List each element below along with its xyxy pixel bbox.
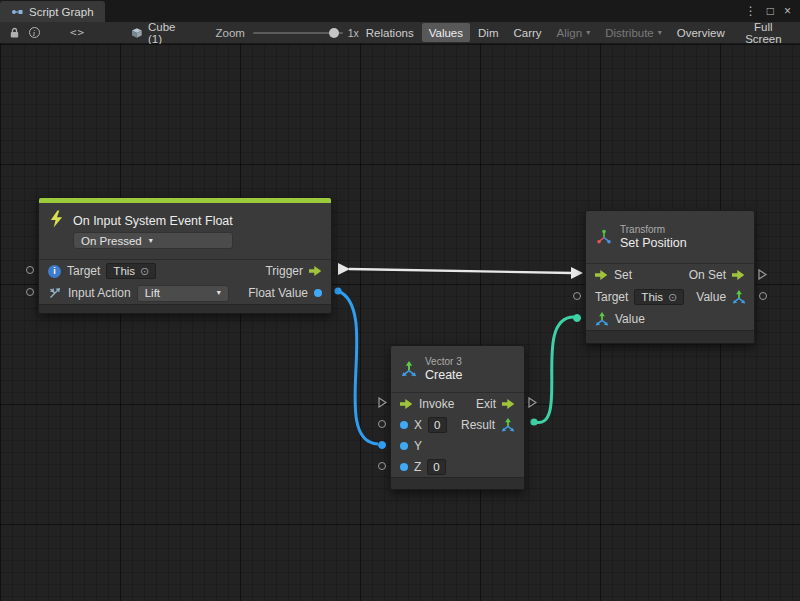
flow-arrow-icon[interactable] [502, 399, 515, 409]
node-on-input-system-event-float[interactable]: On Input System Event Float On Pressed ▾… [38, 197, 332, 314]
dim-button[interactable]: Dim [471, 23, 505, 42]
overview-label: Overview [677, 27, 725, 39]
carry-button[interactable]: Carry [506, 23, 548, 42]
distribute-dropdown[interactable]: Distribute ▾ [598, 23, 669, 42]
z-input-port[interactable] [378, 462, 386, 470]
event-node-header[interactable]: On Input System Event Float On Pressed ▾ [39, 203, 331, 259]
zoom-slider[interactable] [253, 27, 343, 39]
invoke-input-port[interactable] [378, 397, 387, 408]
relations-button[interactable]: Relations [359, 23, 421, 42]
input-action-value: Lift [145, 287, 160, 299]
vector-node-ports: Invoke Exit X 0 Result [391, 392, 524, 477]
z-value-field[interactable]: 0 [427, 459, 446, 475]
target-object-field[interactable]: This ⊙ [106, 263, 156, 279]
graph-toolbar: i <> Cube (1) Zoom 1x Relations Values D… [0, 22, 800, 44]
tab-bar: Script Graph ⋮ □ × [0, 0, 800, 22]
align-label: Align [557, 27, 583, 39]
float-wire-start-dot [334, 287, 341, 294]
input-action-dropdown[interactable]: Lift ▾ [137, 285, 229, 302]
input-action-port-row: Input Action Lift ▾ Float Value [39, 282, 331, 304]
overview-button[interactable]: Overview [670, 23, 732, 42]
y-input-port-connected[interactable] [378, 441, 386, 449]
value-input-port-connected[interactable] [573, 314, 581, 322]
info-icon[interactable]: i [24, 23, 44, 43]
node-title: On Input System Event Float [73, 214, 233, 228]
align-dropdown[interactable]: Align ▾ [550, 23, 598, 42]
caret-down-icon: ▾ [217, 289, 221, 297]
target-object-value: This [113, 265, 135, 277]
graph-canvas[interactable]: On Input System Event Float On Pressed ▾… [0, 44, 800, 601]
y-port[interactable] [400, 442, 408, 450]
lock-glyph [9, 27, 20, 39]
vector3-value-input-icon [595, 312, 609, 326]
x-input-port[interactable] [378, 420, 386, 428]
exit-port-label: Exit [476, 397, 496, 411]
flow-arrow-icon[interactable] [309, 266, 322, 276]
trigger-port-label: Trigger [265, 264, 303, 278]
caret-down-icon: ▾ [586, 29, 590, 37]
cube-icon [131, 27, 143, 39]
event-mode-value: On Pressed [81, 235, 142, 247]
set-port-label: Set [614, 268, 632, 282]
transform-node-header[interactable]: Transform Set Position [586, 211, 754, 263]
z-port[interactable] [400, 463, 408, 471]
flow-arrow-icon[interactable] [400, 399, 413, 409]
distribute-label: Distribute [605, 27, 654, 39]
value-port-row: Value [586, 308, 754, 330]
window-close-button[interactable]: × [784, 5, 791, 17]
flow-wire-end-arrow [571, 267, 583, 279]
code-icon[interactable]: <> [70, 26, 85, 39]
vector-node-header[interactable]: Vector 3 Create [391, 346, 524, 392]
z-port-label: Z [414, 460, 421, 474]
float-value-port[interactable] [314, 289, 322, 297]
node-subtitle: Transform [620, 224, 687, 236]
graph-target[interactable]: Cube (1) [131, 21, 191, 45]
flow-wire-start-arrow [338, 263, 350, 275]
target-port-row: i Target This ⊙ Trigger [39, 260, 331, 282]
vector3-result-icon[interactable] [501, 418, 515, 432]
target-object-field[interactable]: This ⊙ [634, 289, 684, 305]
event-target-input-port[interactable] [26, 266, 34, 274]
x-port[interactable] [400, 421, 408, 429]
x-value-field[interactable]: 0 [428, 417, 447, 433]
window-menu-button[interactable]: ⋮ [745, 5, 757, 17]
values-button[interactable]: Values [422, 23, 470, 42]
target-object-value: This [641, 291, 663, 303]
x-port-row: X 0 Result [391, 414, 524, 435]
target-port-label: Target [595, 290, 628, 304]
exit-output-port[interactable] [528, 397, 537, 408]
invoke-port-label: Invoke [419, 397, 454, 411]
value-input-label: Value [615, 312, 645, 326]
flow-port-triangle [758, 269, 767, 280]
window-maximize-button[interactable]: □ [767, 5, 774, 17]
lock-icon[interactable] [4, 23, 24, 43]
transform-target-input-port[interactable] [573, 292, 581, 300]
flow-arrow-icon[interactable] [732, 270, 745, 280]
on-set-output-port[interactable] [758, 269, 767, 280]
value-output-port[interactable] [759, 292, 767, 300]
values-label: Values [429, 27, 463, 39]
object-picker-icon: ⊙ [668, 291, 677, 304]
target-port-row: Target This ⊙ Value [586, 286, 754, 308]
on-set-port-label: On Set [689, 268, 726, 282]
graph-target-label: Cube (1) [148, 21, 192, 45]
input-action-icon [48, 286, 62, 300]
carry-label: Carry [513, 27, 541, 39]
event-input-action-port[interactable] [26, 288, 34, 296]
event-node-ports: i Target This ⊙ Trigger [39, 259, 331, 304]
vector3-value-icon[interactable] [732, 290, 746, 304]
full-screen-button[interactable]: Full Screen [733, 23, 794, 42]
node-footer [586, 330, 754, 343]
event-mode-dropdown[interactable]: On Pressed ▾ [73, 232, 233, 249]
zoom-slider-handle[interactable] [329, 28, 339, 38]
float-value-label: Float Value [248, 286, 308, 300]
flow-arrow-icon[interactable] [595, 270, 608, 280]
invoke-port-row: Invoke Exit [391, 393, 524, 414]
node-vector3-create[interactable]: Vector 3 Create Invoke Exit X 0 Res [390, 345, 525, 490]
zoom-label: Zoom [216, 27, 245, 39]
tab-script-graph[interactable]: Script Graph [0, 1, 105, 22]
node-transform-set-position[interactable]: Transform Set Position Set On Set Target… [585, 210, 755, 344]
node-footer [39, 304, 331, 313]
float-value-wire [338, 291, 378, 444]
y-port-row: Y [391, 435, 524, 456]
